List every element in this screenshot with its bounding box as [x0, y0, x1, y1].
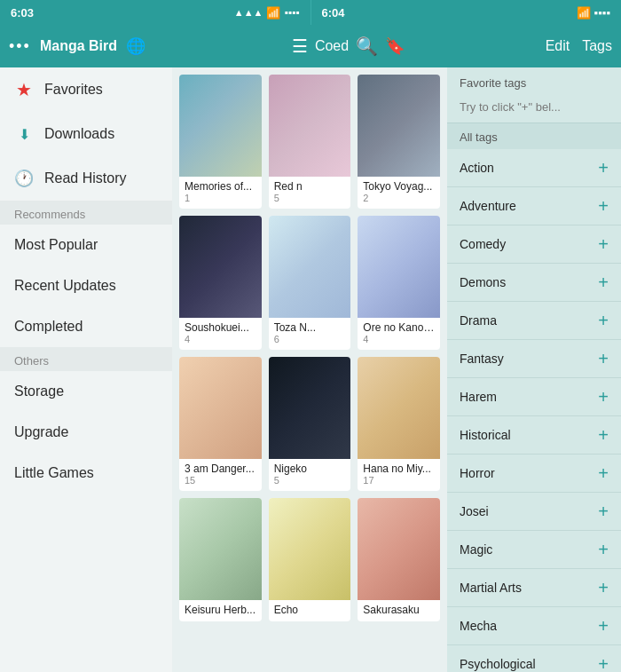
- tag-label: Mecha: [460, 619, 497, 633]
- tag-add-icon[interactable]: +: [598, 541, 609, 558]
- tag-label: Magic: [460, 542, 492, 557]
- sidebar-item-recent-updates[interactable]: Recent Updates: [0, 265, 172, 306]
- manga-count-0: 1: [185, 193, 256, 203]
- tag-label: Drama: [460, 313, 497, 328]
- manga-cover-9: [179, 498, 262, 600]
- manga-count-6: 15: [185, 475, 256, 486]
- manga-card-10[interactable]: Echo: [269, 498, 351, 621]
- manga-count-8: 17: [363, 475, 435, 486]
- tag-add-icon[interactable]: +: [598, 350, 609, 368]
- tag-item-adventure[interactable]: Adventure+: [447, 187, 621, 225]
- star-icon: ★: [14, 80, 34, 99]
- sidebar-item-read-history[interactable]: 🕐 Read History: [0, 156, 172, 201]
- tag-item-martial-arts[interactable]: Martial Arts+: [447, 569, 621, 607]
- tag-add-icon[interactable]: +: [598, 502, 609, 520]
- manga-title-2: Tokyo Voyag...: [363, 180, 435, 193]
- manga-cover-1: [269, 75, 351, 177]
- tag-add-icon[interactable]: +: [598, 159, 609, 177]
- tag-add-icon[interactable]: +: [598, 655, 609, 672]
- tag-add-icon[interactable]: +: [598, 388, 609, 406]
- tag-item-comedy[interactable]: Comedy+: [447, 225, 621, 264]
- manga-title-4: Toza N...: [274, 321, 346, 334]
- tag-add-icon[interactable]: +: [598, 617, 609, 635]
- globe-icon[interactable]: 🌐: [126, 36, 145, 56]
- favorite-tags-header: Favorite tags: [447, 67, 621, 95]
- manga-title-7: Nigeko: [274, 462, 346, 475]
- tag-item-harem[interactable]: Harem+: [447, 378, 621, 416]
- manga-card-11[interactable]: Sakurasaku: [358, 498, 440, 621]
- manga-card-4[interactable]: Toza N...6: [269, 216, 351, 350]
- manga-title-0: Memories of...: [185, 180, 256, 193]
- search-icon[interactable]: 🔍: [356, 36, 378, 57]
- tags-list: Action+Adventure+Comedy+Demons+Drama+Fan…: [447, 149, 621, 672]
- tag-item-demons[interactable]: Demons+: [447, 264, 621, 302]
- sidebar-item-completed[interactable]: Completed: [0, 306, 172, 347]
- bookmark-icon[interactable]: 🔖: [385, 36, 405, 56]
- tag-add-icon[interactable]: +: [598, 579, 609, 597]
- storage-label: Storage: [14, 383, 64, 399]
- tag-label: Action: [460, 161, 494, 175]
- tag-item-historical[interactable]: Historical+: [447, 416, 621, 455]
- tag-add-icon[interactable]: +: [598, 197, 609, 215]
- more-dots-button[interactable]: •••: [9, 37, 31, 56]
- manga-grid: Memories of...1Red n5Tokyo Voyag...2Sous…: [179, 75, 440, 621]
- menu-icon[interactable]: ☰: [292, 36, 308, 57]
- app-name: Manga Bird: [40, 38, 117, 54]
- tag-item-drama[interactable]: Drama+: [447, 302, 621, 340]
- tag-item-mecha[interactable]: Mecha+: [447, 607, 621, 645]
- manga-card-9[interactable]: Keisuru Herb...: [179, 498, 262, 621]
- right-status-icons: 📶 ▪▪▪▪: [577, 6, 610, 20]
- manga-card-6[interactable]: 3 am Danger...15: [179, 357, 262, 491]
- tag-label: Harem: [460, 390, 497, 404]
- manga-cover-7: [269, 357, 351, 459]
- manga-title-10: Echo: [274, 604, 346, 616]
- sidebar-item-favorites[interactable]: ★ Favorites: [0, 67, 172, 112]
- tags-button[interactable]: Tags: [582, 38, 612, 54]
- manga-title-5: Ore no Kanoj...: [363, 321, 435, 334]
- tag-add-icon[interactable]: +: [598, 312, 609, 329]
- tag-add-icon[interactable]: +: [598, 426, 609, 444]
- manga-count-1: 5: [274, 193, 346, 203]
- manga-title-3: Soushokuei...: [185, 321, 256, 334]
- sidebar-item-downloads[interactable]: ⬇ Downloads: [0, 112, 172, 156]
- tag-add-icon[interactable]: +: [598, 464, 609, 482]
- tag-label: Adventure: [460, 199, 516, 213]
- tag-item-fantasy[interactable]: Fantasy+: [447, 340, 621, 378]
- sidebar-read-history-label: Read History: [44, 170, 126, 186]
- manga-card-8[interactable]: Hana no Miy...17: [358, 357, 440, 491]
- tag-item-josei[interactable]: Josei+: [447, 493, 621, 531]
- tag-label: Horror: [460, 466, 495, 480]
- manga-cover-10: [269, 498, 351, 600]
- manga-card-0[interactable]: Memories of...1: [179, 75, 262, 209]
- edit-button[interactable]: Edit: [546, 38, 570, 54]
- manga-cover-11: [358, 498, 440, 600]
- manga-card-2[interactable]: Tokyo Voyag...2: [358, 75, 440, 209]
- manga-card-1[interactable]: Red n5: [269, 75, 351, 209]
- sidebar: ★ Favorites ⬇ Downloads 🕐 Read History R…: [0, 67, 172, 672]
- sidebar-item-little-games[interactable]: Little Games: [0, 453, 172, 494]
- manga-cover-2: [358, 75, 440, 177]
- tag-label: Comedy: [460, 237, 506, 251]
- manga-count-3: 4: [185, 334, 256, 344]
- tag-item-psychological[interactable]: Psychological+: [447, 645, 621, 672]
- tag-add-icon[interactable]: +: [598, 273, 609, 291]
- clock-icon: 🕐: [14, 169, 34, 188]
- upgrade-label: Upgrade: [14, 424, 68, 440]
- manga-card-5[interactable]: Ore no Kanoj...4: [358, 216, 440, 350]
- sidebar-item-storage[interactable]: Storage: [0, 371, 172, 412]
- tag-item-horror[interactable]: Horror+: [447, 455, 621, 493]
- sidebar-item-most-popular[interactable]: Most Popular: [0, 225, 172, 265]
- manga-title-8: Hana no Miy...: [363, 462, 435, 475]
- sidebar-favorites-label: Favorites: [44, 82, 103, 98]
- manga-title-11: Sakurasaku: [363, 604, 435, 616]
- tag-add-icon[interactable]: +: [598, 235, 609, 253]
- tag-item-action[interactable]: Action+: [447, 149, 621, 187]
- manga-title-6: 3 am Danger...: [185, 462, 256, 475]
- manga-title-9: Keisuru Herb...: [185, 604, 256, 616]
- sidebar-item-upgrade[interactable]: Upgrade: [0, 412, 172, 453]
- tag-label: Fantasy: [460, 352, 504, 366]
- manga-card-3[interactable]: Soushokuei...4: [179, 216, 262, 350]
- manga-card-7[interactable]: Nigeko5: [269, 357, 351, 491]
- coed-tab-label[interactable]: Coed: [315, 38, 349, 54]
- tag-item-magic[interactable]: Magic+: [447, 531, 621, 569]
